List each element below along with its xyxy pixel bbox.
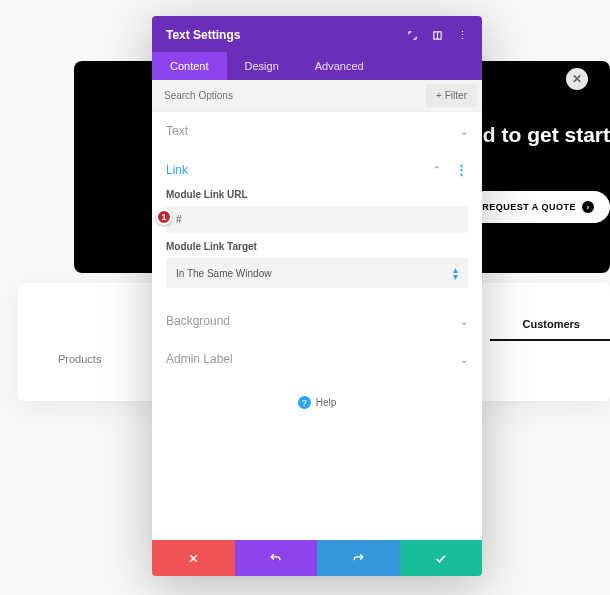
annotation-marker-1: 1 xyxy=(156,209,172,225)
filter-button[interactable]: + Filter xyxy=(426,84,477,107)
section-admin-label[interactable]: Admin Label ⌄ xyxy=(152,340,482,378)
arrow-right-icon: › xyxy=(582,201,594,213)
expand-icon[interactable] xyxy=(407,30,418,41)
tab-underline xyxy=(490,339,610,341)
tab-content[interactable]: Content xyxy=(152,52,227,80)
chevron-up-icon: ⌄ xyxy=(433,164,441,175)
chevron-down-icon: ⌄ xyxy=(460,354,468,365)
modal-footer xyxy=(152,540,482,576)
field-module-link-url: Module Link URL 1 xyxy=(152,189,482,241)
tab-design[interactable]: Design xyxy=(227,52,297,80)
section-text[interactable]: Text ⌄ xyxy=(152,112,482,150)
redo-button[interactable] xyxy=(317,540,400,576)
search-input[interactable] xyxy=(152,81,421,110)
hero-title: d to get start xyxy=(483,123,610,147)
section-background[interactable]: Background ⌄ xyxy=(152,302,482,340)
snap-icon[interactable] xyxy=(432,30,443,41)
section-link[interactable]: Link ⌄ ⋮ xyxy=(152,150,482,189)
kebab-menu-icon[interactable]: ⋮ xyxy=(457,29,468,42)
field-module-link-target: Module Link Target In The Same Window ▴▾ xyxy=(152,241,482,296)
modal-title: Text Settings xyxy=(166,28,240,42)
module-link-target-label: Module Link Target xyxy=(166,241,468,252)
section-text-label: Text xyxy=(166,124,188,138)
module-link-url-label: Module Link URL xyxy=(166,189,468,200)
section-admin-label-label: Admin Label xyxy=(166,352,233,366)
request-quote-label: REQUEST A QUOTE xyxy=(482,202,576,212)
section-link-label: Link xyxy=(166,163,188,177)
modal-header: Text Settings ⋮ Content Design Advanced xyxy=(152,16,482,80)
module-link-url-input[interactable] xyxy=(176,214,458,225)
module-link-url-input-wrap: 1 xyxy=(166,206,468,233)
filter-label: Filter xyxy=(445,90,467,101)
chevron-down-icon: ⌄ xyxy=(460,126,468,137)
help-row[interactable]: ? Help xyxy=(152,378,482,419)
section-kebab-icon[interactable]: ⋮ xyxy=(455,162,468,177)
search-row: + Filter xyxy=(152,80,482,112)
undo-button[interactable] xyxy=(235,540,318,576)
text-settings-modal: Text Settings ⋮ Content Design Advanced … xyxy=(152,16,482,576)
cancel-button[interactable] xyxy=(152,540,235,576)
help-icon: ? xyxy=(298,396,311,409)
close-icon[interactable]: ✕ xyxy=(566,68,588,90)
section-background-label: Background xyxy=(166,314,230,328)
save-button[interactable] xyxy=(400,540,483,576)
tab-customers[interactable]: Customers xyxy=(523,318,580,330)
modal-tabs: Content Design Advanced xyxy=(152,52,482,80)
tab-products[interactable]: Products xyxy=(58,353,101,365)
module-link-target-select[interactable]: In The Same Window ▴▾ xyxy=(166,258,468,288)
plus-icon: + xyxy=(436,90,442,101)
request-quote-button[interactable]: REQUEST A QUOTE › xyxy=(464,191,610,223)
chevron-down-icon: ⌄ xyxy=(460,316,468,327)
tab-advanced[interactable]: Advanced xyxy=(297,52,382,80)
modal-body: Text ⌄ Link ⌄ ⋮ Module Link URL 1 Module… xyxy=(152,112,482,540)
help-label: Help xyxy=(316,397,337,408)
select-arrows-icon: ▴▾ xyxy=(453,266,458,280)
module-link-target-value: In The Same Window xyxy=(176,268,271,279)
